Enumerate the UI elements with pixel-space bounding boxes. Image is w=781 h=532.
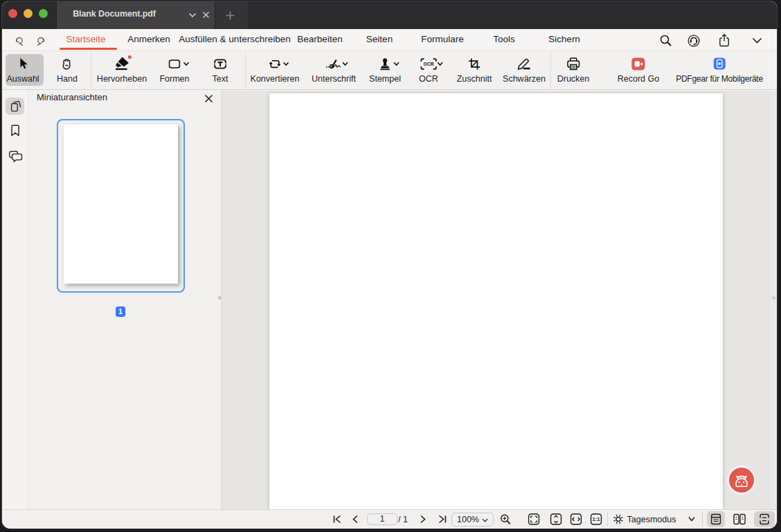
svg-text:OCR: OCR [424,62,434,66]
svg-text:1:1: 1:1 [593,516,600,522]
